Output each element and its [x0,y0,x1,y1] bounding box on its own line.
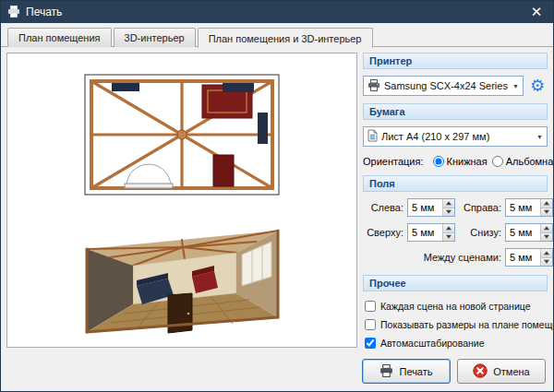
orientation-landscape[interactable]: Альбомная [492,156,554,167]
orientation-landscape-label: Альбомная [506,156,554,167]
margin-top-spinner[interactable] [407,223,455,242]
footer: Печать Отмена [1,353,553,391]
cancel-button[interactable]: Отмена [457,359,546,384]
tab-floor-plan[interactable]: План помещения [7,28,112,47]
orientation-portrait-radio[interactable] [433,156,444,167]
spinner-up-icon[interactable] [540,249,552,257]
print-button-label: Печать [399,366,432,377]
other-section-header: Прочее [363,275,548,291]
margin-bottom-label: Снизу: [459,227,501,238]
spinner-down-icon[interactable] [540,257,552,267]
print-preview [6,53,357,348]
show-dimensions-checkbox[interactable] [365,319,376,330]
margin-left-label: Слева: [363,202,403,213]
margin-between-label: Между сценами: [363,252,501,263]
paper-row: Лист A4 (210 x 297 мм) ▼ [363,126,548,147]
main-area: Принтер Samsung SCX-4x24 Series PCL... ▼ [1,47,553,353]
tabstrip: План помещения 3D-интерьер План помещени… [1,23,553,47]
checkbox-autoscale[interactable]: Автомасштабирование [365,338,548,349]
printer-section-header: Принтер [363,53,548,69]
margin-bottom-spinner[interactable] [505,223,553,242]
margins-section-header: Поля [363,175,548,192]
settings-panel: Принтер Samsung SCX-4x24 Series PCL... ▼ [363,53,548,348]
autoscale-checkbox[interactable] [365,338,376,349]
paper-icon [367,129,378,144]
window-printer-icon [7,6,20,19]
printer-select-value: Samsung SCX-4x24 Series PCL... [384,80,509,91]
tab-3d-interior[interactable]: 3D-интерьер [114,28,196,47]
print-button[interactable]: Печать [362,359,451,384]
orientation-label: Ориентация: [363,156,424,167]
margin-left-spinner[interactable] [407,198,455,217]
spinner-up-icon[interactable] [540,199,552,208]
checkbox-label: Каждая сцена на новой странице [380,301,531,312]
chevron-down-icon: ▼ [536,134,543,140]
new-page-per-scene-checkbox[interactable] [365,301,376,312]
spinner-down-icon[interactable] [442,208,454,217]
spinner-down-icon[interactable] [442,232,454,242]
printer-icon [379,364,393,379]
titlebar: Печать ✕ [1,1,553,23]
spinner-up-icon[interactable] [442,224,454,232]
paper-select-value: Лист A4 (210 x 297 мм) [381,131,533,142]
printer-select[interactable]: Samsung SCX-4x24 Series PCL... ▼ [363,76,524,96]
print-dialog: Печать ✕ План помещения 3D-интерьер План… [0,0,554,392]
orientation-portrait[interactable]: Книжная [433,156,488,167]
paper-select[interactable]: Лист A4 (210 x 297 мм) ▼ [363,126,548,147]
spinner-up-icon[interactable] [540,224,552,232]
spinner-down-icon[interactable] [540,232,552,242]
cancel-button-label: Отмена [493,366,529,377]
printer-row: Samsung SCX-4x24 Series PCL... ▼ ⚙ [363,76,548,96]
close-button[interactable]: ✕ [520,1,553,23]
close-icon: ✕ [531,4,543,20]
margin-right-spinner[interactable] [505,198,553,217]
checkbox-label: Показывать размеры на плане помещения [380,319,554,330]
margin-top-label: Сверху: [363,227,403,238]
orientation-landscape-radio[interactable] [492,156,503,167]
floor-plan-preview [84,74,280,196]
checkbox-new-page-per-scene[interactable]: Каждая сцена на новой странице [365,301,548,312]
spinner-up-icon[interactable] [442,199,454,208]
cancel-icon [473,363,488,380]
interior-3d-preview [83,207,282,334]
margin-right-label: Справа: [459,202,501,213]
orientation-row: Ориентация: Книжная Альбомная [363,156,548,167]
printer-icon [367,79,380,93]
spinner-down-icon[interactable] [540,208,552,217]
margin-between-spinner[interactable] [505,248,553,267]
checkbox-label: Автомасштабирование [380,338,485,349]
gear-icon: ⚙ [530,76,545,96]
window-title: Печать [26,6,520,18]
paper-section-header: Бумага [363,103,548,120]
printer-settings-button[interactable]: ⚙ [527,76,548,96]
chevron-down-icon: ▼ [512,83,519,89]
margins-grid: Слева: Справа: Сверху: [363,198,548,267]
checkbox-show-dimensions[interactable]: Показывать размеры на плане помещения [365,319,548,330]
orientation-portrait-label: Книжная [447,156,488,167]
tab-floor-plan-and-3d[interactable]: План помещения и 3D-интерьер [198,28,373,48]
